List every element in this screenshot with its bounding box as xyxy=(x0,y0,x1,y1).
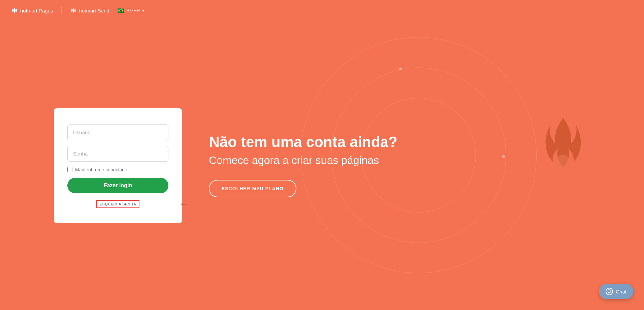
chat-label: Chat xyxy=(616,289,626,294)
username-input[interactable] xyxy=(67,124,168,140)
promo-title: Não tem uma conta ainda? xyxy=(209,134,590,151)
header: hotmart Pages hotmart Send 🇧🇷 PT-BR ▾ xyxy=(0,0,644,21)
lang-label: PT-BR xyxy=(126,8,140,13)
forgot-link-wrapper: ESQUECI A SENHA ← xyxy=(67,200,168,208)
hotmart-send-link[interactable]: hotmart Send xyxy=(70,7,109,14)
password-input[interactable] xyxy=(67,146,168,162)
svg-point-1 xyxy=(608,290,611,293)
hotmart-send-icon xyxy=(70,7,77,14)
nav-divider xyxy=(61,7,62,14)
promo-content: Não tem uma conta ainda? Comece agora a … xyxy=(209,134,590,197)
hotmart-send-label: hotmart Send xyxy=(79,8,109,13)
remember-row: Mantenha-me conectado xyxy=(67,167,168,172)
choose-plan-button[interactable]: ESCOLHER MEU PLANO xyxy=(209,180,296,197)
hotmart-pages-link[interactable]: hotmart Pages xyxy=(11,7,53,14)
promo-subtitle: Comece agora a criar suas páginas xyxy=(209,153,590,168)
arrow-annotation: ← xyxy=(179,199,189,209)
hotmart-pages-icon xyxy=(11,7,18,14)
chat-icon xyxy=(606,288,613,295)
chevron-down-icon: ▾ xyxy=(142,8,144,13)
remember-label[interactable]: Mantenha-me conectado xyxy=(75,167,127,172)
hotmart-pages-label: hotmart Pages xyxy=(20,8,53,13)
main-content: Mantenha-me conectado Fazer login ESQUEC… xyxy=(0,21,644,310)
flag-icon: 🇧🇷 xyxy=(118,7,124,14)
remember-checkbox[interactable] xyxy=(67,167,72,172)
language-selector[interactable]: 🇧🇷 PT-BR ▾ xyxy=(118,7,144,14)
login-button[interactable]: Fazer login xyxy=(67,178,168,193)
forgot-password-link[interactable]: ESQUECI A SENHA xyxy=(96,200,140,208)
chat-widget[interactable]: Chat xyxy=(599,284,633,299)
login-card: Mantenha-me conectado Fazer login ESQUEC… xyxy=(54,108,182,223)
